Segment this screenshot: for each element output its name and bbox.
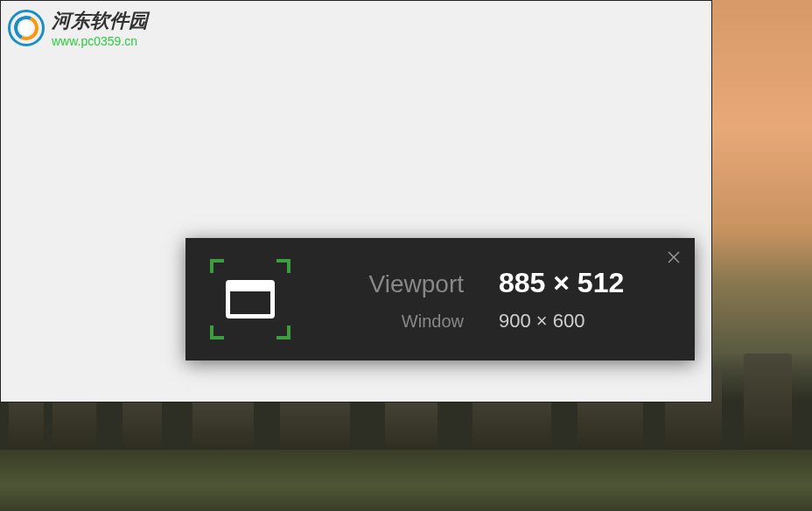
corner-bracket-icon <box>210 326 224 340</box>
corner-bracket-icon <box>276 326 290 340</box>
corner-bracket-icon <box>276 259 290 273</box>
wallpaper-ground <box>0 450 812 511</box>
watermark: 河东软件园 www.pc0359.cn <box>8 8 148 48</box>
window-row: Window 900 × 600 <box>320 310 674 332</box>
viewport-icon-container <box>206 256 294 343</box>
dimensions-overlay-panel: Viewport 885 × 512 Window 900 × 600 <box>186 238 695 360</box>
window-icon <box>226 280 275 318</box>
close-icon <box>668 251 680 263</box>
watermark-title: 河东软件园 <box>52 8 148 34</box>
viewport-value: 885 × 512 <box>499 267 674 299</box>
dimensions-info: Viewport 885 × 512 Window 900 × 600 <box>320 267 674 332</box>
corner-bracket-icon <box>210 259 224 273</box>
window-label: Window <box>332 312 464 332</box>
viewport-row: Viewport 885 × 512 <box>320 267 674 299</box>
window-value: 900 × 600 <box>499 310 674 332</box>
viewport-label: Viewport <box>332 270 464 298</box>
watermark-url: www.pc0359.cn <box>52 34 148 48</box>
watermark-text: 河东软件园 www.pc0359.cn <box>52 8 148 48</box>
watermark-logo-icon <box>8 10 45 46</box>
close-button[interactable] <box>665 248 682 266</box>
